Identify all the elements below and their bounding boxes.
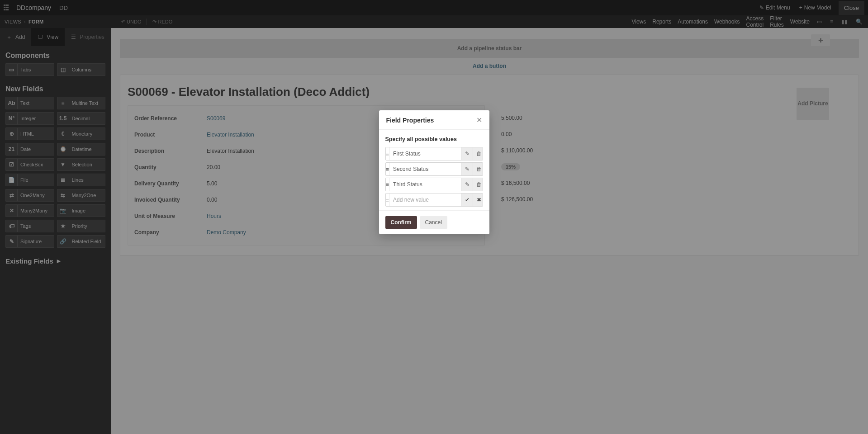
delete-value-icon[interactable]: 🗑 [473,178,483,191]
new-value-row: ≡ ✔ ✖ [385,193,483,207]
value-row: ≡✎🗑 [385,178,483,191]
delete-value-icon[interactable]: 🗑 [473,147,483,160]
edit-value-icon[interactable]: ✎ [461,163,473,175]
drag-handle-icon[interactable]: ≡ [386,147,390,160]
modal-close-button[interactable]: ✕ [476,117,482,124]
edit-value-icon[interactable]: ✎ [461,178,473,191]
value-input[interactable] [389,163,461,175]
drag-handle-icon[interactable]: ≡ [386,193,390,206]
edit-value-icon[interactable]: ✎ [461,147,473,160]
modal-subtitle: Specify all possible values [385,136,483,142]
confirm-button[interactable]: Confirm [385,216,417,229]
cancel-value-icon[interactable]: ✖ [473,193,483,206]
cancel-button[interactable]: Cancel [420,216,447,229]
value-row: ≡✎🗑 [385,147,483,160]
modal-title: Field Properties [386,117,434,124]
value-row: ≡✎🗑 [385,162,483,176]
value-input[interactable] [389,147,461,160]
delete-value-icon[interactable]: 🗑 [473,163,483,175]
drag-handle-icon[interactable]: ≡ [386,178,390,191]
confirm-value-icon[interactable]: ✔ [461,193,473,206]
modal-overlay[interactable]: Field Properties ✕ Specify all possible … [0,0,868,434]
field-properties-modal: Field Properties ✕ Specify all possible … [379,110,489,234]
value-input[interactable] [389,178,461,191]
drag-handle-icon[interactable]: ≡ [386,163,390,175]
new-value-input[interactable] [389,193,461,206]
